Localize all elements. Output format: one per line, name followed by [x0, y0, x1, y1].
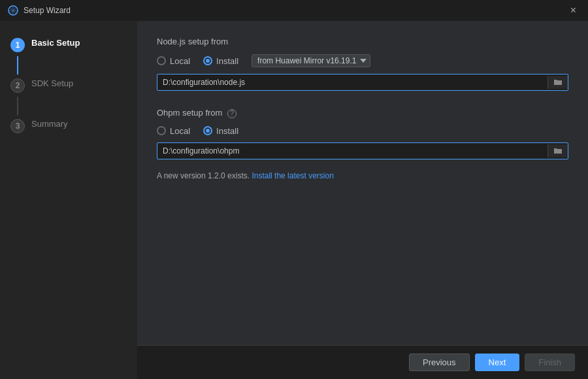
ohpm-local-option[interactable]: Local	[157, 126, 190, 136]
step-3-label: Summary	[31, 119, 68, 129]
nodejs-path-input[interactable]	[157, 74, 547, 90]
step-1-label: Basic Setup	[31, 38, 80, 48]
nodejs-local-option[interactable]: Local	[157, 56, 190, 66]
ohpm-radio-group: Local Install	[157, 126, 568, 136]
step-2-circle: 2	[10, 78, 25, 93]
ohpm-path-input[interactable]	[157, 143, 547, 159]
step-1-circle: 1	[10, 38, 25, 52]
step-3-circle: 3	[10, 119, 25, 133]
ohpm-install-radio[interactable]	[203, 126, 212, 135]
step-2-label: SDK Setup	[31, 78, 73, 88]
title-bar: Setup Wizard ×	[0, 0, 588, 21]
nodejs-section: Node.js setup from Local Install from Hu…	[157, 37, 568, 103]
next-button[interactable]: Next	[475, 354, 520, 371]
nodejs-folder-button[interactable]	[547, 76, 568, 89]
nodejs-radio-group: Local Install from Huawei Mirror v16.19.…	[157, 54, 568, 67]
ohpm-section-label: Ohpm setup from ?	[157, 108, 568, 118]
nodejs-install-option[interactable]: Install	[203, 56, 238, 66]
sidebar: 1 Basic Setup 2 SDK Setup 3 Summary	[0, 21, 137, 379]
sidebar-item-summary[interactable]: 3 Summary	[0, 115, 137, 137]
nodejs-path-wrap	[157, 74, 568, 91]
nodejs-local-radio[interactable]	[157, 56, 166, 65]
connector-1-2	[17, 56, 18, 74]
nodejs-mirror-dropdown[interactable]: from Huawei Mirror v16.19.1 from npm Cus…	[252, 54, 370, 67]
sidebar-item-basic-setup[interactable]: 1 Basic Setup	[0, 34, 137, 56]
ohpm-local-radio[interactable]	[157, 126, 166, 135]
install-latest-link[interactable]: Install the latest version	[252, 171, 333, 180]
ohpm-path-wrap	[157, 142, 568, 159]
ohpm-install-option[interactable]: Install	[203, 126, 238, 136]
app-icon	[8, 5, 18, 16]
ohpm-section: Ohpm setup from ? Local Install	[157, 108, 568, 180]
ohpm-help-icon[interactable]: ?	[227, 109, 237, 118]
main-layout: 1 Basic Setup 2 SDK Setup 3 Summary Node…	[0, 21, 588, 379]
finish-button: Finish	[525, 354, 575, 371]
sidebar-item-sdk-setup[interactable]: 2 SDK Setup	[0, 74, 137, 97]
content-area: Node.js setup from Local Install from Hu…	[137, 21, 588, 379]
close-button[interactable]: ×	[566, 3, 580, 18]
previous-button[interactable]: Previous	[409, 354, 470, 371]
footer: Previous Next Finish	[137, 345, 588, 379]
connector-2-3	[17, 97, 18, 115]
window-title: Setup Wizard	[24, 6, 566, 15]
ohpm-folder-button[interactable]	[547, 144, 568, 157]
nodejs-mirror-dropdown-wrap: from Huawei Mirror v16.19.1 from npm Cus…	[252, 54, 370, 67]
nodejs-section-label: Node.js setup from	[157, 37, 568, 46]
nodejs-install-radio[interactable]	[203, 56, 212, 65]
version-notice: A new version 1.2.0 exists. Install the …	[157, 171, 568, 180]
